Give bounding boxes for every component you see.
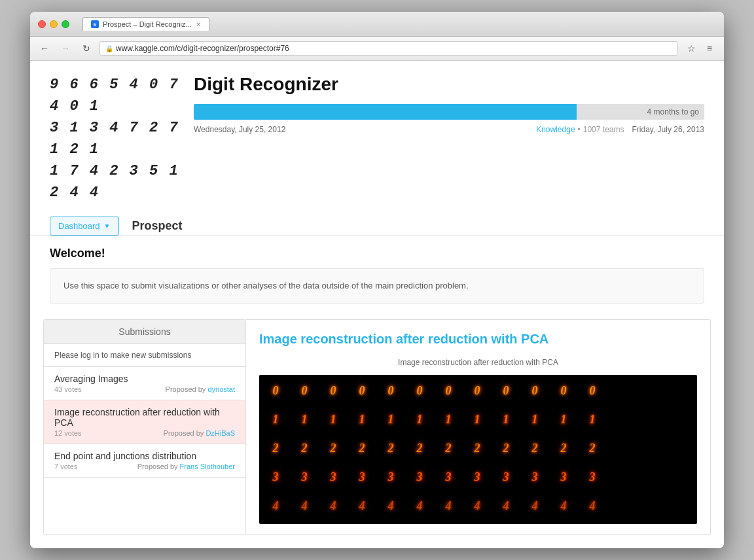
login-notice: Please log in to make new submissions (44, 344, 245, 367)
detail-panel: Image reconstruction after reduction wit… (246, 319, 711, 535)
proposer-link[interactable]: dynostat (207, 385, 235, 393)
digit-cell: 2 (492, 435, 520, 463)
menu-button[interactable]: ≡ (702, 41, 717, 56)
digit-cell: 2 (262, 435, 289, 463)
digit-cell: 4 (521, 493, 548, 520)
minimize-button[interactable] (50, 20, 58, 28)
end-date: Friday, July 26, 2013 (632, 125, 704, 134)
digit-cell: 1 (550, 406, 577, 434)
digit-cell: 1 (435, 406, 462, 434)
digit-cell: 2 (319, 435, 347, 463)
digit-cell: 2 (377, 435, 404, 463)
title-bar: k Prospect – Digit Recogniz... ✕ (30, 12, 724, 37)
submission-item[interactable]: End point and junctions distribution 7 v… (44, 444, 245, 478)
digit-cell: 0 (319, 377, 347, 405)
digit-cell: 0 (262, 377, 289, 405)
forward-button[interactable]: → (58, 41, 73, 56)
category-link[interactable]: Knowledge (536, 125, 575, 134)
tab-close-icon[interactable]: ✕ (196, 21, 201, 28)
welcome-section: Welcome! Use this space to submit visual… (30, 236, 724, 319)
submission-votes: 7 votes (54, 463, 77, 470)
teams-count: 1007 teams (583, 125, 624, 134)
submission-title: Image reconstruction after reduction wit… (54, 407, 235, 428)
digit-cell: 1 (291, 406, 318, 434)
digit-cell: 0 (492, 377, 520, 405)
refresh-button[interactable]: ↻ (79, 41, 94, 56)
browser-window: k Prospect – Digit Recogniz... ✕ ← → ↻ 🔒… (30, 12, 724, 548)
digit-cell: 2 (291, 435, 318, 463)
digit-row-1: 1 1 1 1 1 1 1 1 1 1 1 1 (262, 406, 694, 434)
page-nav: Dashboard ▼ Prospect (30, 217, 724, 236)
digit-row-3: 3 3 3 3 3 3 3 3 3 3 3 3 (262, 464, 694, 491)
detail-subtitle: Image reconstruction after reduction wit… (259, 358, 697, 367)
digit-cell: 2 (435, 435, 462, 463)
meta-dot: • (578, 125, 581, 134)
submission-votes: 12 votes (54, 429, 82, 437)
submission-item-active[interactable]: Image reconstruction after reduction wit… (44, 400, 245, 444)
meta-right: Knowledge • 1007 teams Friday, July 26, … (536, 125, 704, 134)
digit-cell: 1 (463, 406, 491, 434)
nav-bar: ← → ↻ 🔒 www.kaggle.com/c/digit-recognize… (30, 37, 724, 61)
digit-visualization: 0 0 0 0 0 0 0 0 0 0 0 0 (259, 375, 697, 524)
digit-cell: 3 (463, 464, 491, 491)
submission-proposer: Proposed by dynostat (166, 385, 235, 393)
dashboard-dropdown[interactable]: Dashboard ▼ (50, 217, 119, 236)
url-text: www.kaggle.com/c/digit-recognizer/prospe… (116, 44, 289, 53)
digit-cell: 0 (377, 377, 404, 405)
digit-cell: 3 (492, 464, 520, 491)
back-button[interactable]: ← (37, 41, 52, 56)
proposer-link[interactable]: Frans Slothouber (180, 463, 235, 470)
digit-cell: 4 (406, 493, 433, 520)
digit-cell: 2 (463, 435, 491, 463)
submissions-sidebar: Submissions Please log in to make new su… (43, 319, 246, 535)
browser-tab[interactable]: k Prospect – Digit Recogniz... ✕ (82, 17, 209, 31)
digit-cell: 4 (463, 493, 491, 520)
digit-cell: 2 (348, 435, 376, 463)
submission-meta: 7 votes Proposed by Frans Slothouber (54, 463, 235, 470)
main-content: Submissions Please log in to make new su… (30, 319, 724, 548)
digit-cell: 2 (550, 435, 577, 463)
digit-cell: 4 (291, 493, 318, 520)
submission-meta: 43 votes Proposed by dynostat (54, 385, 235, 393)
digit-cell: 0 (348, 377, 376, 405)
digit-line-3: 1 7 4 2 3 5 1 2 4 4 (50, 160, 181, 203)
digit-image: 9 6 6 5 4 0 7 4 0 1 3 1 3 4 7 2 7 1 2 1 … (50, 74, 181, 203)
digit-cell: 4 (377, 493, 404, 520)
competition-meta: Wednesday, July 25, 2012 Knowledge • 100… (194, 125, 704, 134)
progress-bar-fill (194, 104, 577, 120)
digit-cell: 3 (406, 464, 433, 491)
submissions-header: Submissions (44, 320, 245, 344)
digit-cell: 0 (550, 377, 577, 405)
submission-title: Averaging Images (54, 374, 235, 384)
digit-cell: 3 (521, 464, 548, 491)
digit-cell: 1 (406, 406, 433, 434)
submission-meta: 12 votes Proposed by DzHiBaS (54, 429, 235, 437)
digit-cell: 1 (319, 406, 347, 434)
page-title: Prospect (132, 219, 183, 233)
digit-cell: 0 (406, 377, 433, 405)
info-box: Use this space to submit visualizations … (50, 268, 704, 304)
digit-cell: 3 (579, 464, 606, 491)
tab-favicon: k (91, 20, 99, 28)
submission-proposer: Proposed by DzHiBaS (164, 429, 235, 437)
url-bar[interactable]: 🔒 www.kaggle.com/c/digit-recognizer/pros… (99, 41, 678, 56)
digit-cell: 1 (579, 406, 606, 434)
submission-item[interactable]: Averaging Images 43 votes Proposed by dy… (44, 367, 245, 400)
digit-cell: 1 (348, 406, 376, 434)
bookmark-button[interactable]: ☆ (683, 41, 699, 56)
url-icon: 🔒 (105, 45, 113, 52)
tab-title: Prospect – Digit Recogniz... (103, 20, 192, 28)
digit-cell: 1 (492, 406, 520, 434)
digit-cell: 0 (521, 377, 548, 405)
competition-header: 9 6 6 5 4 0 7 4 0 1 3 1 3 4 7 2 7 1 2 1 … (30, 61, 724, 217)
detail-title: Image reconstruction after reduction wit… (259, 330, 697, 347)
digit-cell: 4 (492, 493, 520, 520)
page-content: 9 6 6 5 4 0 7 4 0 1 3 1 3 4 7 2 7 1 2 1 … (30, 61, 724, 548)
digit-cell: 2 (579, 435, 606, 463)
digit-cell: 3 (262, 464, 289, 491)
proposer-link[interactable]: DzHiBaS (206, 429, 235, 437)
maximize-button[interactable] (62, 20, 69, 28)
close-button[interactable] (38, 20, 46, 28)
digit-cell: 0 (435, 377, 462, 405)
digit-cell: 0 (463, 377, 491, 405)
